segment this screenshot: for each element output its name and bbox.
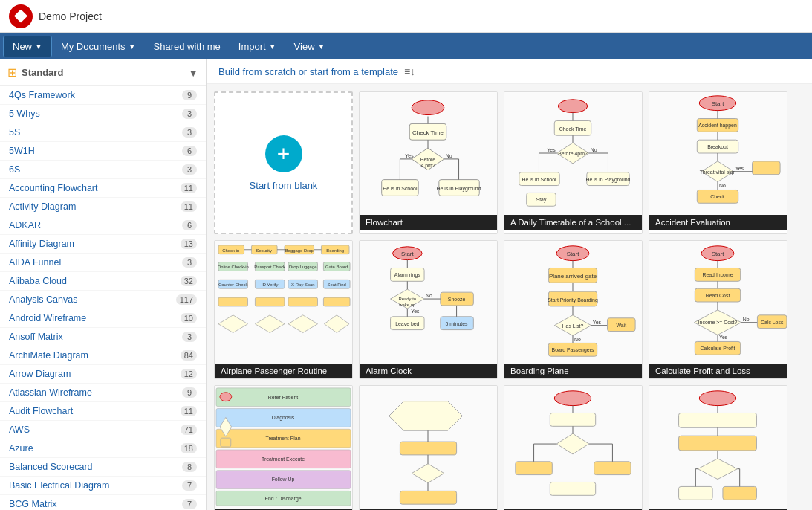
sidebar-item-label-8: Affinity Diagram — [9, 239, 181, 249]
start-from-blank-card[interactable]: + Start from blank — [214, 91, 353, 234]
sidebar-item-18[interactable]: AWS 71 — [0, 421, 206, 439]
template-card-airplane[interactable]: Check in Security Baggage Drop Boarding … — [214, 240, 353, 379]
svg-text:Online Check-in: Online Check-in — [218, 265, 249, 269]
template-card-boarding[interactable]: Start Plane arrived gate Start Priority … — [504, 240, 643, 379]
sidebar-item-count-2: 3 — [182, 127, 197, 138]
sidebar-title: Standard — [22, 67, 188, 78]
sidebar-item-count-3: 6 — [182, 146, 197, 156]
sidebar-item-label-9: AIDA Funnel — [9, 257, 182, 268]
template-card-timetable[interactable]: Check Time Before 4pm? He is in School H… — [504, 91, 643, 234]
sidebar-item-6[interactable]: Activity Diagram 11 — [0, 198, 206, 216]
sidebar-item-count-9: 3 — [182, 257, 197, 268]
sidebar-item-label-4: 6S — [9, 164, 182, 175]
sidebar-item-2[interactable]: 5S 3 — [0, 123, 206, 142]
sidebar-item-21[interactable]: Basic Electrical Diagram 7 — [0, 477, 206, 495]
svg-text:Start: Start — [712, 100, 724, 107]
filter-icon[interactable]: ▼ — [188, 67, 198, 79]
svg-text:Board Passengers: Board Passengers — [552, 347, 594, 353]
svg-text:Has List?: Has List? — [562, 323, 584, 329]
template-label-accident: Accident Evaluation — [649, 215, 787, 230]
main-layout: ⊞ Standard ▼ 4Qs Framework 9 5 Whys 3 5S… — [0, 59, 812, 510]
svg-text:Diagnosis: Diagnosis — [272, 415, 295, 421]
sidebar-item-label-2: 5S — [9, 127, 182, 138]
sidebar-item-label-6: Activity Diagram — [9, 201, 181, 212]
svg-text:Alarm rings: Alarm rings — [394, 272, 420, 278]
import-button[interactable]: Import ▼ — [230, 36, 285, 57]
sidebar-item-count-17: 11 — [181, 406, 197, 416]
template-thumbnail-generic1 — [360, 386, 497, 509]
sidebar-item-label-21: Basic Electrical Diagram — [9, 480, 182, 491]
template-thumbnail-airplane: Check in Security Baggage Drop Boarding … — [215, 241, 352, 364]
template-card-generic3[interactable]: Template 11 — [649, 385, 787, 510]
svg-rect-88 — [288, 297, 318, 306]
sidebar-item-1[interactable]: 5 Whys 3 — [0, 105, 206, 123]
sidebar-item-7[interactable]: ADKAR 6 — [0, 216, 206, 235]
svg-rect-183 — [516, 462, 552, 475]
sidebar-item-count-4: 3 — [182, 164, 197, 175]
sidebar-item-0[interactable]: 4Qs Framework 9 — [0, 86, 206, 105]
sidebar-item-4[interactable]: 6S 3 — [0, 161, 206, 179]
svg-text:Yes: Yes — [735, 166, 744, 171]
svg-rect-185 — [550, 482, 595, 495]
sidebar-item-12[interactable]: Android Wireframe 10 — [0, 309, 206, 328]
svg-text:Yes: Yes — [405, 153, 414, 158]
sidebar-item-count-19: 18 — [181, 443, 197, 453]
svg-text:End / Discharge: End / Discharge — [264, 496, 301, 502]
my-documents-button[interactable]: My Documents ▼ — [52, 36, 145, 57]
sidebar-item-3[interactable]: 5W1H 6 — [0, 142, 206, 161]
svg-text:Threat vital sign: Threat vital sign — [700, 170, 736, 175]
template-card-cancer[interactable]: Refer Patient Diagnosis Treatment Plan T… — [214, 385, 353, 510]
sidebar-item-count-8: 13 — [181, 239, 197, 249]
sidebar-item-count-18: 71 — [181, 425, 197, 435]
sidebar-item-count-20: 8 — [182, 462, 197, 472]
sidebar-item-14[interactable]: ArchiMate Diagram 84 — [0, 346, 206, 365]
shared-with-me-button[interactable]: Shared with me — [145, 36, 230, 57]
svg-text:Snooze: Snooze — [448, 297, 466, 302]
template-card-accident[interactable]: Start Accident happen Breakout Threat vi… — [649, 91, 787, 234]
sidebar-item-label-5: Accounting Flowchart — [9, 183, 181, 193]
svg-point-193 — [699, 391, 735, 406]
sidebar-item-label-12: Android Wireframe — [9, 313, 181, 323]
svg-text:Security: Security — [256, 248, 272, 253]
sidebar-item-count-6: 11 — [181, 201, 197, 212]
svg-text:No: No — [591, 147, 597, 152]
view-button[interactable]: View ▼ — [285, 36, 334, 57]
template-card-alarm[interactable]: Start Alarm rings Ready to wake up Snooz… — [359, 240, 498, 379]
sidebar-item-10[interactable]: Alibaba Cloud 32 — [0, 272, 206, 291]
svg-text:Check Time: Check Time — [412, 129, 444, 136]
svg-text:Passport Check: Passport Check — [254, 265, 285, 269]
svg-point-1 — [412, 100, 444, 115]
svg-text:No: No — [574, 337, 581, 342]
svg-text:5 minutes: 5 minutes — [446, 321, 468, 326]
sidebar-item-16[interactable]: Atlassian Wireframe 9 — [0, 384, 206, 402]
sidebar-item-5[interactable]: Accounting Flowchart 11 — [0, 179, 206, 198]
sidebar-item-count-12: 10 — [181, 313, 197, 323]
template-card-profit[interactable]: Start Read Income Read Cost Income >= Co… — [649, 240, 787, 379]
template-card-generic1[interactable]: Template 9 — [359, 385, 498, 510]
template-label-profit: Calculate Profit and Loss — [649, 364, 787, 378]
template-card-flowchart[interactable]: Check Time Before 4 pm? He is in School … — [359, 91, 498, 234]
sort-icon[interactable]: ≡↓ — [404, 65, 415, 77]
svg-text:Wait: Wait — [617, 323, 627, 328]
sidebar-item-20[interactable]: Balanced Scorecard 8 — [0, 458, 206, 477]
sidebar-item-8[interactable]: Affinity Diagram 13 — [0, 235, 206, 254]
sidebar-item-22[interactable]: BCG Matrix 7 — [0, 495, 206, 510]
svg-text:Seat Find: Seat Find — [328, 283, 346, 287]
svg-text:He is in Playground: He is in Playground — [586, 177, 631, 183]
sidebar-item-15[interactable]: Arrow Diagram 12 — [0, 365, 206, 384]
sidebar-item-count-7: 6 — [182, 220, 197, 230]
template-card-generic2[interactable]: Template 10 — [504, 385, 643, 510]
sidebar-item-13[interactable]: Ansoff Matrix 3 — [0, 328, 206, 346]
svg-text:He is in School: He is in School — [522, 177, 556, 182]
sidebar-item-17[interactable]: Audit Flowchart 11 — [0, 402, 206, 421]
sidebar-item-11[interactable]: Analysis Canvas 117 — [0, 291, 206, 309]
svg-text:Leave bed: Leave bed — [395, 321, 419, 326]
template-thumbnail-timetable: Check Time Before 4pm? He is in School H… — [504, 92, 642, 215]
svg-text:Stay: Stay — [536, 197, 547, 203]
toolbar: New ▼ My Documents ▼ Shared with me Impo… — [0, 33, 812, 59]
new-button[interactable]: New ▼ — [3, 36, 52, 57]
sidebar-item-19[interactable]: Azure 18 — [0, 439, 206, 458]
sidebar-item-9[interactable]: AIDA Funnel 3 — [0, 254, 206, 272]
svg-rect-94 — [360, 242, 497, 363]
svg-text:Refer Patient: Refer Patient — [268, 395, 298, 400]
